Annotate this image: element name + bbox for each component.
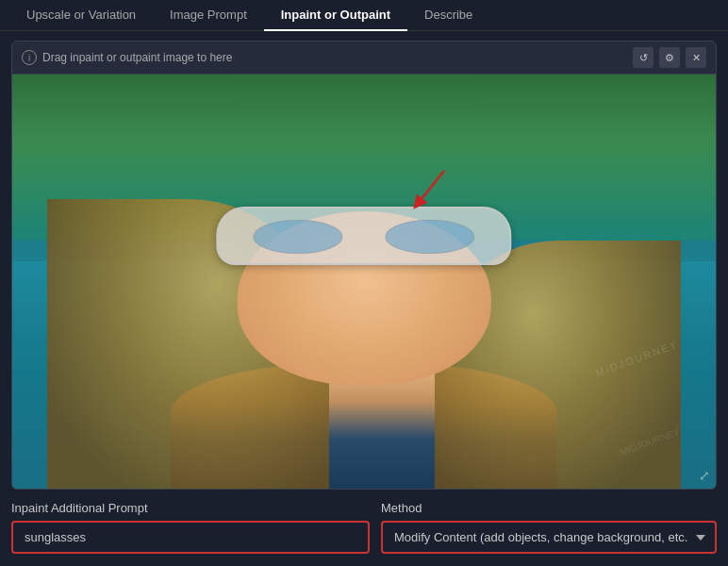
panel-header-right: ↺ ⚙ ✕ [633,47,706,68]
tab-inpaint[interactable]: Inpaint or Outpaint [264,0,407,31]
close-button[interactable]: ✕ [686,47,706,68]
image-area[interactable]: MIDJOURNEY MIDJOURNEY ⤢ [12,75,716,489]
image-panel: i Drag inpaint or outpaint image to here… [11,41,717,490]
method-label: Method [381,501,717,515]
photo-background: MIDJOURNEY MIDJOURNEY [12,75,716,489]
prompt-group: Inpaint Additional Prompt [11,501,370,554]
method-group: Method Modify Content (add objects, chan… [381,501,717,554]
svg-line-1 [418,171,444,204]
reset-button[interactable]: ↺ [633,47,654,68]
red-arrow [399,166,455,223]
tab-upscale[interactable]: Upscale or Variation [9,0,153,31]
bottom-controls: Inpaint Additional Prompt Method Modify … [11,490,717,554]
method-select[interactable]: Modify Content (add objects, change back… [381,521,717,554]
info-icon: i [22,50,37,65]
panel-header-left: i Drag inpaint or outpaint image to here [22,50,232,65]
tab-describe[interactable]: Describe [407,0,489,31]
expand-corner-icon[interactable]: ⤢ [699,468,710,483]
main-content: i Drag inpaint or outpaint image to here… [0,31,728,563]
drag-hint-text: Drag inpaint or outpaint image to here [42,51,232,64]
tab-image-prompt[interactable]: Image Prompt [153,0,264,31]
inpaint-mask [216,207,511,264]
settings-button[interactable]: ⚙ [659,47,680,68]
prompt-label: Inpaint Additional Prompt [11,501,370,515]
tab-bar: Upscale or Variation Image Prompt Inpain… [0,0,728,31]
prompt-input[interactable] [11,521,370,554]
panel-header: i Drag inpaint or outpaint image to here… [12,42,716,75]
